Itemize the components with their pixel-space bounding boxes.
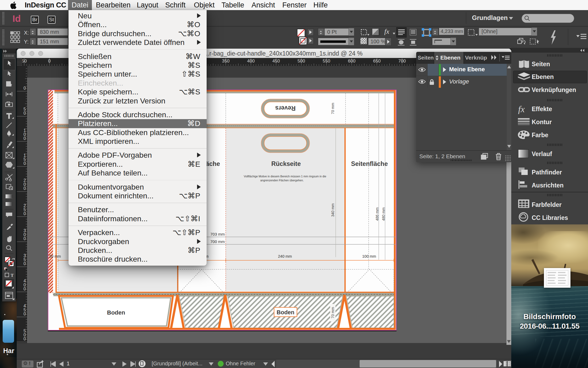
svg-text:Boden: Boden — [277, 309, 295, 316]
svg-text:50: 50 — [22, 58, 27, 64]
svg-text:0: 0 — [24, 261, 26, 266]
svg-text:650: 650 — [373, 58, 381, 64]
svg-text:Vollflächige Motive in diesem: Vollflächige Motive in diesem Bereich mü… — [244, 175, 326, 178]
svg-text:100 mm: 100 mm — [362, 254, 376, 258]
svg-text:0: 0 — [24, 337, 26, 341]
svg-text:0: 0 — [24, 161, 26, 166]
svg-text:0: 0 — [24, 312, 26, 316]
svg-text:600: 600 — [348, 58, 355, 64]
svg-text:Boden: Boden — [107, 309, 125, 316]
svg-text:703 mm: 703 mm — [210, 232, 225, 236]
svg-text:0: 0 — [24, 186, 26, 191]
svg-text:700 mm: 700 mm — [210, 239, 225, 244]
svg-text:340 mm: 340 mm — [331, 203, 335, 217]
svg-text:550: 550 — [323, 58, 330, 64]
svg-text:70 mm: 70 mm — [331, 103, 335, 114]
svg-text:0: 0 — [24, 236, 26, 241]
svg-text:Rückseite: Rückseite — [271, 160, 301, 167]
svg-text:0: 0 — [24, 136, 26, 141]
svg-text:0: 0 — [48, 58, 50, 64]
svg-text:0: 0 — [24, 211, 26, 216]
svg-text:0: 0 — [24, 287, 26, 291]
svg-text:70 mm: 70 mm — [331, 307, 335, 319]
svg-text:T: T — [11, 273, 14, 278]
svg-text:angrenzenden Flächen übergehen: angrenzenden Flächen übergehen. — [260, 179, 304, 182]
svg-text:0: 0 — [24, 111, 26, 115]
svg-text:700: 700 — [398, 58, 406, 64]
svg-text:Revers: Revers — [275, 105, 296, 112]
svg-text:240 mm: 240 mm — [278, 254, 292, 258]
svg-text:480 mm: 480 mm — [381, 207, 386, 221]
svg-text:486 mm: 486 mm — [375, 207, 379, 221]
svg-text:500: 500 — [297, 58, 305, 64]
svg-text:450: 450 — [272, 58, 280, 64]
svg-text:Seitenfläche: Seitenfläche — [351, 160, 388, 167]
svg-text:400: 400 — [247, 58, 255, 64]
svg-text:0: 0 — [24, 86, 26, 90]
svg-text:20 mm: 20 mm — [49, 254, 61, 258]
svg-text:350: 350 — [222, 58, 229, 64]
